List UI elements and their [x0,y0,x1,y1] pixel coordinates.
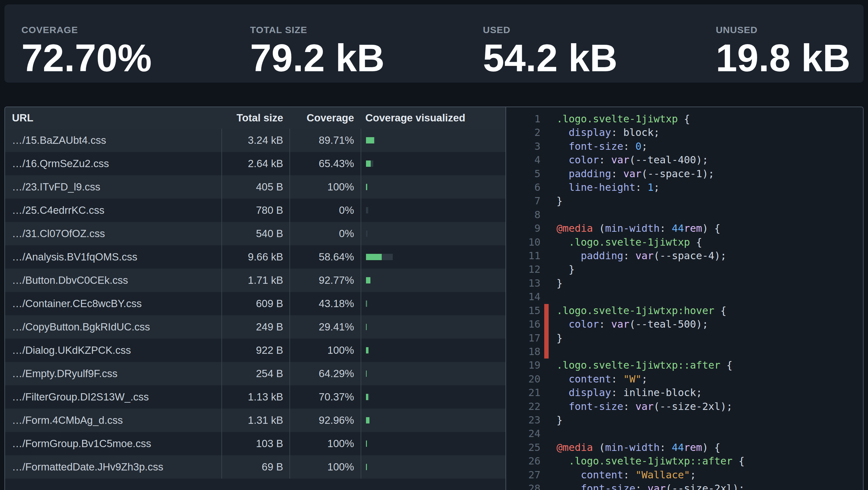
table-row[interactable]: …/Container.CEc8wcBY.css609 B43.18% [5,292,505,315]
token-pun [557,400,569,412]
token-num: 44 [672,222,684,234]
token-pun: ; [642,373,648,385]
token-num: 0 [635,140,641,152]
token-pun: : [611,126,623,138]
code-text: .logo.svelte-1jiwtxp::after { [557,454,745,468]
token-pun: ) { [702,441,720,454]
coverage-gutter [544,249,549,263]
table-row[interactable]: …/CopyButton.BgkRIdUC.css249 B29.41% [5,315,505,339]
covered-bar-segment [366,440,367,447]
file-size: 780 B [221,199,289,222]
token-sel: .logo.svelte-1jiwtxp::after [557,359,720,371]
column-header-size[interactable]: Total size [221,107,289,128]
line-number: 2 [506,126,540,139]
code-text: font-size: var(--size-2xl); [557,482,745,490]
code-text: content: "W"; [557,372,648,386]
line-number: 18 [506,345,540,358]
code-viewer[interactable]: 1.logo.svelte-1jiwtxp {2 display: block;… [505,107,863,490]
line-number: 17 [506,332,540,345]
code-line: 3 font-size: 0; [506,140,863,153]
column-header-viz[interactable]: Coverage visualized [361,107,505,128]
uncovered-marker [544,345,549,358]
code-line: 12 } [506,263,863,276]
uncovered-marker [544,304,549,318]
unused-bar-segment [374,137,375,143]
token-pun: { [678,113,690,125]
code-line: 22 font-size: var(--size-2xl); [506,400,863,413]
column-header-cov[interactable]: Coverage [289,107,361,128]
covered-bar-segment [366,254,382,260]
file-url: …/FormattedDate.JHv9Zh3p.css [5,455,221,479]
table-row[interactable]: …/FormGroup.Bv1C5moe.css103 B100% [5,432,505,455]
code-line: 21 display: inline-block; [506,386,863,400]
token-pun: { [720,359,733,371]
token-prop: color [569,318,599,330]
table-row[interactable]: …/16.QrmSeZu2.css2.64 kB65.43% [5,152,505,175]
coverage-bar [366,394,369,400]
line-number: 6 [506,181,540,194]
file-url: …/Form.4CMbAg_d.css [5,409,221,432]
file-size: 9.66 kB [221,245,289,269]
table-row[interactable] [5,479,505,490]
table-row[interactable]: …/25.C4edrrKC.css780 B0% [5,199,505,222]
coverage-gutter [544,167,549,181]
coverage-bar-cell [361,409,505,432]
line-number: 22 [506,400,540,413]
coverage-gutter [544,427,549,440]
token-pun: ; [642,140,648,152]
table-row[interactable]: …/23.ITvFD_l9.css405 B100% [5,175,505,199]
coverage-bar [366,161,373,167]
file-size: 254 B [221,362,289,385]
file-url: …/CopyButton.BgkRIdUC.css [5,315,221,339]
coverage-bar [366,254,393,260]
token-sel: .logo.svelte-1jiwtxp [569,236,690,248]
file-coverage: 89.71% [289,128,361,152]
line-number: 16 [506,318,540,331]
coverage-gutter [544,153,549,167]
coverage-bar-cell [361,432,505,455]
line-number: 5 [506,167,540,181]
code-line: 20 content: "W"; [506,372,863,386]
table-row[interactable]: …/Button.DbvC0CEk.css1.71 kB92.77% [5,269,505,292]
table-row[interactable]: …/Empty.DRyulf9F.css254 B64.29% [5,362,505,385]
file-size: 1.31 kB [221,409,289,432]
file-coverage: 65.43% [289,152,361,175]
code-line: 2 display: block; [506,126,863,139]
column-header-url[interactable]: URL [5,107,221,128]
line-number: 25 [506,441,540,454]
line-number: 12 [506,263,540,276]
file-url: …/Button.DbvC0CEk.css [5,269,221,292]
code-text: .logo.svelte-1jiwtxp { [557,235,702,249]
table-row[interactable]: …/Analysis.BV1fqOMS.css9.66 kB58.64% [5,245,505,269]
table-row[interactable]: …/Form.4CMbAg_d.css1.31 kB92.96% [5,409,505,432]
token-sel: .logo.svelte-1jiwtxp::after [569,455,733,467]
table-row[interactable]: …/31.Cl07OfOZ.css540 B0% [5,222,505,245]
code-line: 15.logo.svelte-1jiwtxp:hover { [506,304,863,318]
code-line: 5 padding: var(--space-1); [506,167,863,181]
file-size: 2.64 kB [221,152,289,175]
file-url: …/Analysis.BV1fqOMS.css [5,245,221,269]
table-row[interactable]: …/15.BaZAUbt4.css3.24 kB89.71% [5,128,505,152]
coverage-gutter [544,468,549,482]
token-fn: var [611,318,629,330]
line-number: 10 [506,235,540,249]
token-pun: { [714,305,726,317]
table-row[interactable]: …/FormattedDate.JHv9Zh3p.css69 B100% [5,455,505,479]
token-pun [557,318,569,330]
token-pun [557,168,569,180]
line-number: 20 [506,372,540,386]
file-url: …/Container.CEc8wcBY.css [5,292,221,315]
files-table-header: URLTotal sizeCoverageCoverage visualized [5,107,505,128]
code-line: 27 content: "Wallace"; [506,468,863,482]
coverage-bar-cell [361,152,505,175]
coverage-bar-cell [361,175,505,199]
file-coverage: 64.29% [289,362,361,385]
table-row[interactable]: …/FilterGroup.DI2S13W_.css1.13 kB70.37% [5,385,505,409]
file-coverage: 100% [289,455,361,479]
token-pun: : [611,386,623,399]
coverage-bar [366,184,367,190]
table-row[interactable]: …/Dialog.UKdKZPCK.css922 B100% [5,339,505,362]
unused-bar-segment [382,254,393,260]
line-number: 26 [506,454,540,468]
token-pun: : [599,318,611,330]
